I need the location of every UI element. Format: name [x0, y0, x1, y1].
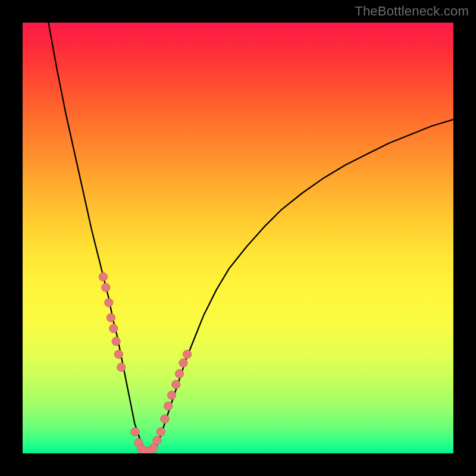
watermark-text: TheBottleneck.com — [355, 4, 469, 19]
chart-container: TheBottleneck.com — [0, 0, 476, 476]
plot-gradient-bg — [23, 23, 453, 453]
